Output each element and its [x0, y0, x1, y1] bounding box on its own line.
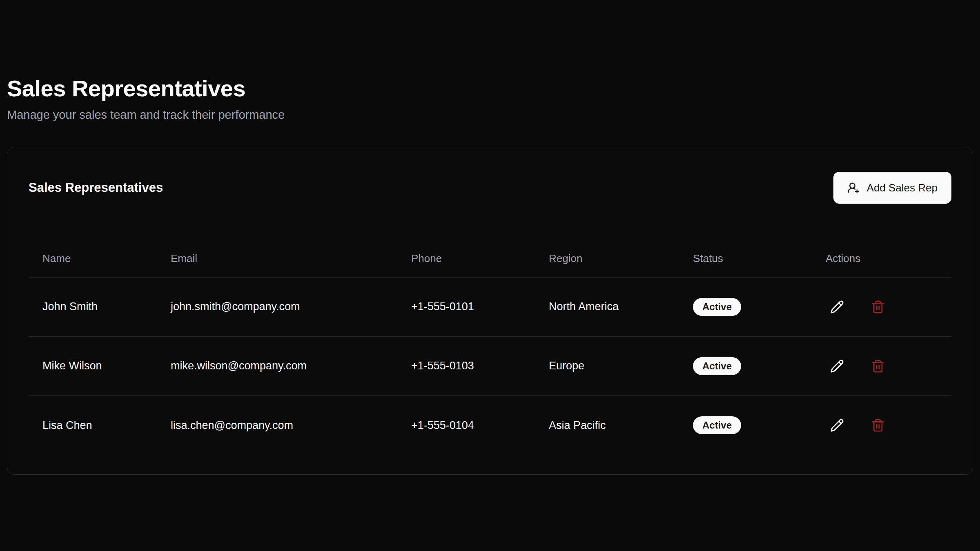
pencil-icon: [830, 300, 844, 314]
delete-button[interactable]: [866, 355, 889, 378]
column-header-region: Region: [535, 240, 679, 277]
page: Sales Representatives Manage your sales …: [0, 0, 980, 475]
column-header-name: Name: [29, 240, 157, 277]
pencil-icon: [830, 418, 844, 432]
table-row: John Smith john.smith@company.com +1-555…: [29, 277, 951, 336]
status-badge: Active: [693, 416, 741, 434]
column-header-phone: Phone: [397, 240, 535, 277]
column-header-actions: Actions: [812, 240, 951, 277]
trash-icon: [871, 359, 885, 373]
rep-phone: +1-555-0104: [397, 395, 535, 455]
page-subtitle: Manage your sales team and track their p…: [7, 108, 973, 122]
add-sales-rep-label: Add Sales Rep: [867, 182, 938, 194]
rep-phone: +1-555-0101: [397, 277, 535, 336]
add-sales-rep-button[interactable]: Add Sales Rep: [833, 172, 951, 204]
rep-email: lisa.chen@company.com: [157, 395, 397, 455]
edit-button[interactable]: [826, 414, 849, 437]
rep-name: Mike Wilson: [29, 336, 157, 395]
card-title: Sales Representatives: [29, 179, 163, 197]
delete-button[interactable]: [866, 295, 889, 318]
sales-reps-table: Name Email Phone Region Status Actions J…: [29, 240, 951, 455]
rep-email: mike.wilson@company.com: [157, 336, 397, 395]
pencil-icon: [830, 359, 844, 373]
row-actions: [826, 414, 938, 437]
card-header: Sales Representatives Add Sales Rep: [29, 172, 951, 204]
rep-name: John Smith: [29, 277, 157, 336]
user-plus-icon: [847, 182, 860, 194]
trash-icon: [871, 418, 885, 432]
edit-button[interactable]: [826, 295, 849, 318]
rep-region: Europe: [535, 336, 679, 395]
rep-email: john.smith@company.com: [157, 277, 397, 336]
status-badge: Active: [693, 357, 741, 375]
row-actions: [826, 295, 938, 318]
sales-reps-card: Sales Representatives Add Sales Rep: [7, 147, 973, 475]
table-row: Mike Wilson mike.wilson@company.com +1-5…: [29, 336, 951, 395]
delete-button[interactable]: [866, 414, 889, 437]
rep-name: Lisa Chen: [29, 395, 157, 455]
table-row: Lisa Chen lisa.chen@company.com +1-555-0…: [29, 395, 951, 455]
rep-region: North America: [535, 277, 679, 336]
rep-phone: +1-555-0103: [397, 336, 535, 395]
edit-button[interactable]: [826, 355, 849, 378]
row-actions: [826, 355, 938, 378]
status-badge: Active: [693, 298, 741, 316]
column-header-status: Status: [679, 240, 812, 277]
trash-icon: [871, 300, 885, 314]
column-header-email: Email: [157, 240, 397, 277]
rep-region: Asia Pacific: [535, 395, 679, 455]
table-header-row: Name Email Phone Region Status Actions: [29, 240, 951, 277]
page-title: Sales Representatives: [7, 76, 973, 101]
